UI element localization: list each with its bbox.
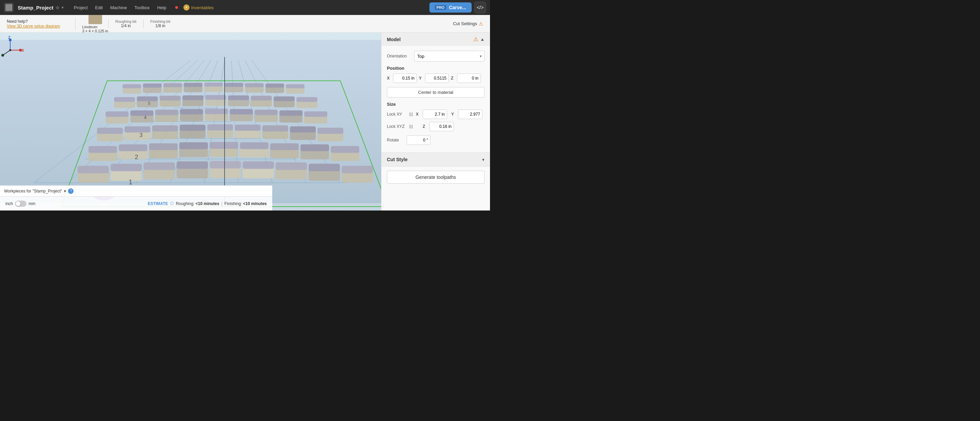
- info-divider-1: [75, 17, 76, 30]
- svg-rect-48: [182, 95, 204, 100]
- estimate-info-icon: ⓘ: [170, 201, 174, 206]
- lock-xyz-icon[interactable]: ⛓: [409, 124, 413, 129]
- model-header-icons: ⚠ ▲: [473, 36, 485, 43]
- center-to-material-button[interactable]: Center to material: [387, 87, 485, 98]
- cut-style-expand-icon[interactable]: ▾: [482, 157, 485, 162]
- svg-rect-69: [255, 110, 278, 115]
- roughing-value: 1/4 in: [121, 24, 130, 28]
- svg-rect-63: [105, 111, 129, 117]
- x-size-input[interactable]: [423, 110, 447, 119]
- workpieces-label[interactable]: Workpieces for "Stamp_Project": [4, 189, 62, 194]
- cut-style-section-header[interactable]: Cut Style ▾: [382, 153, 490, 167]
- viewport[interactable]: 1 2 3 4 5 Z X inc: [0, 33, 381, 211]
- nav-toolbox[interactable]: Toolbox: [131, 4, 153, 11]
- position-label: Position: [387, 66, 485, 71]
- svg-rect-81: [97, 128, 123, 134]
- workpieces-bar: Workpieces for "Stamp_Project" ▾ ?: [0, 185, 272, 196]
- svg-rect-89: [318, 128, 343, 134]
- unit-switch[interactable]: [15, 201, 27, 207]
- svg-rect-104: [240, 143, 269, 149]
- svg-rect-85: [207, 124, 233, 130]
- orientation-select-wrapper: Top Bottom Left Right Front Back ▾: [414, 51, 485, 62]
- svg-rect-123: [275, 162, 307, 170]
- finishing-label: Finishing:: [224, 201, 242, 206]
- model-warning-icon: ⚠: [473, 36, 478, 43]
- inventables-label: Inventables: [191, 5, 214, 10]
- workpieces-help-icon[interactable]: ?: [68, 188, 73, 194]
- z-coord-group: Z: [451, 73, 481, 83]
- pro-badge: PRO: [435, 5, 447, 10]
- orientation-row: Orientation Top Bottom Left Right Front …: [387, 51, 485, 62]
- unit-inch: inch: [5, 201, 13, 206]
- svg-text:X: X: [21, 48, 24, 52]
- y-size-label: Y: [451, 112, 456, 117]
- x-size-label: X: [416, 112, 421, 117]
- rotate-input[interactable]: [407, 135, 430, 145]
- svg-rect-65: [155, 110, 178, 115]
- svg-rect-107: [331, 146, 360, 153]
- svg-rect-87: [262, 126, 288, 132]
- svg-rect-66: [180, 109, 203, 114]
- finishing-value: 1/8 in: [155, 24, 165, 28]
- svg-rect-46: [137, 97, 158, 101]
- x-coord-group: X: [387, 73, 417, 83]
- svg-rect-68: [230, 109, 253, 114]
- x-position-input[interactable]: [393, 73, 417, 83]
- favorite-star-icon[interactable]: ☆: [56, 5, 60, 10]
- separator: |: [221, 201, 222, 206]
- cut-settings-label: Cut Settings: [453, 21, 477, 26]
- svg-rect-34: [266, 84, 284, 88]
- embed-icon: </>: [477, 5, 484, 10]
- svg-rect-88: [290, 127, 316, 133]
- estimate-label[interactable]: ESTIMATE: [148, 201, 168, 206]
- svg-rect-70: [279, 111, 302, 116]
- svg-rect-122: [243, 162, 274, 169]
- svg-rect-99: [89, 146, 117, 153]
- svg-rect-29: [163, 83, 182, 87]
- nav-help[interactable]: Help: [154, 4, 170, 11]
- z-position-input[interactable]: [457, 73, 481, 83]
- title-chevron-icon[interactable]: ▾: [62, 5, 64, 10]
- model-collapse-icon[interactable]: ▲: [480, 37, 485, 42]
- svg-rect-71: [304, 111, 327, 117]
- cut-settings-warning-icon: ⚠: [479, 21, 483, 27]
- finishing-time: <10 minutes: [243, 201, 267, 206]
- svg-rect-119: [143, 162, 175, 170]
- nav-links: Project Edit Machine Toolbox Help: [70, 4, 170, 11]
- svg-rect-84: [180, 125, 205, 131]
- svg-rect-28: [143, 84, 162, 88]
- svg-rect-33: [245, 83, 264, 87]
- right-panel: Model ⚠ ▲ Orientation Top Bottom Left Ri: [381, 33, 490, 211]
- svg-rect-30: [184, 83, 202, 87]
- nav-machine[interactable]: Machine: [107, 4, 130, 11]
- x-label: X: [387, 76, 392, 81]
- inventables-button[interactable]: ✦ Inventables: [183, 5, 214, 11]
- setup-diagram-link[interactable]: View 3D carve setup diagram: [7, 24, 60, 29]
- svg-rect-51: [251, 96, 272, 101]
- lock-xyz-row: Lock XYZ ⛓ Z: [387, 122, 485, 131]
- nav-project[interactable]: Project: [70, 4, 91, 11]
- workpieces-chevron-icon[interactable]: ▾: [64, 189, 66, 194]
- inventables-icon: ✦: [183, 5, 189, 11]
- model-section-header[interactable]: Model ⚠ ▲: [382, 33, 490, 46]
- help-text: Need help?: [7, 19, 60, 24]
- svg-rect-106: [301, 145, 329, 151]
- z-size-input[interactable]: [430, 122, 454, 131]
- svg-rect-47: [159, 96, 181, 101]
- svg-rect-82: [124, 127, 150, 133]
- generate-toolpaths-button[interactable]: Generate toolpaths: [387, 171, 485, 184]
- svg-point-138: [9, 49, 11, 51]
- embed-button[interactable]: </>: [474, 2, 486, 13]
- lock-xy-icon[interactable]: ⛓: [409, 112, 413, 117]
- carve-button[interactable]: PRO Carve...: [430, 2, 472, 13]
- model-section: Model ⚠ ▲ Orientation Top Bottom Left Ri: [382, 33, 490, 153]
- y-position-input[interactable]: [425, 73, 449, 83]
- svg-rect-124: [309, 164, 340, 172]
- finishing-bit-section: Finishing bit 1/8 in: [143, 19, 177, 28]
- nav-edit[interactable]: Edit: [92, 4, 106, 11]
- cut-settings-button[interactable]: Cut Settings ⚠: [453, 21, 483, 27]
- y-size-input[interactable]: [458, 110, 482, 119]
- svg-text:2: 2: [135, 154, 138, 160]
- orientation-select[interactable]: Top Bottom Left Right Front Back: [414, 51, 485, 62]
- model-title: Model: [387, 37, 401, 42]
